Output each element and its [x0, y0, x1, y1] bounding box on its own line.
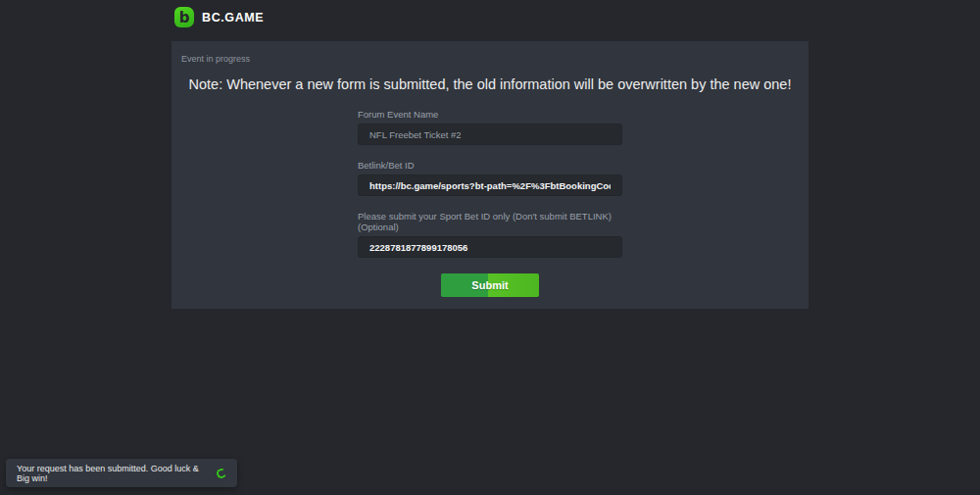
brand-logo[interactable]: b BC.GAME — [174, 7, 264, 27]
sport-bet-id-input[interactable] — [358, 236, 622, 258]
event-status-label: Event in progress — [181, 54, 250, 64]
event-form-panel: Event in progress Note: Whenever a new f… — [172, 41, 808, 309]
bc-game-logo-icon: b — [174, 7, 194, 27]
submit-button[interactable]: Submit — [441, 273, 539, 297]
sport-bet-id-label: Please submit your Sport Bet ID only (Do… — [358, 211, 622, 232]
logo-letter: b — [179, 9, 190, 26]
forum-event-name-label: Forum Event Name — [358, 109, 622, 120]
toast-message: Your request has been submitted. Good lu… — [17, 464, 209, 483]
submit-row: Submit — [358, 273, 622, 297]
app-header: b BC.GAME — [0, 0, 980, 39]
forum-event-name-input[interactable] — [358, 124, 622, 145]
overwrite-note: Note: Whenever a new form is submitted, … — [172, 76, 808, 92]
betlink-bet-id-input[interactable] — [358, 174, 622, 196]
green-crescent-spinner-icon — [216, 467, 228, 479]
success-toast: Your request has been submitted. Good lu… — [6, 459, 237, 487]
event-form: Forum Event Name Betlink/Bet ID Please s… — [358, 109, 622, 297]
betlink-bet-id-label: Betlink/Bet ID — [358, 160, 622, 171]
brand-name: BC.GAME — [202, 11, 264, 25]
